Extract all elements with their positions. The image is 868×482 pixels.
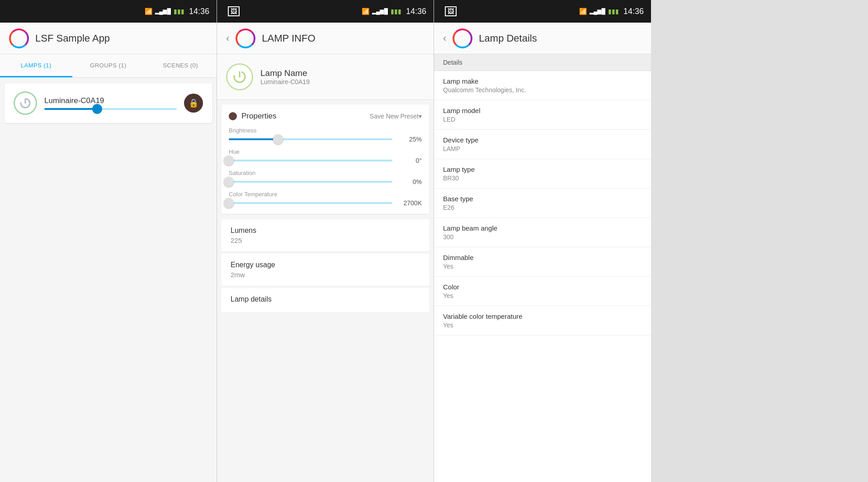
color-temp-thumb[interactable] (224, 198, 234, 208)
detail-lamp-model-value: LED (443, 116, 642, 123)
lamp-name-text: Luminaire-C0A19 (44, 96, 177, 105)
properties-section: Properties Save New Preset▾ Brightness 2… (222, 104, 429, 214)
details-list: Lamp make Qualcomm Technologies, Inc. La… (434, 71, 651, 482)
detail-lamp-type-value: BR30 (443, 175, 642, 182)
status-time-1: 14:36 (189, 7, 209, 16)
status-time-2: 14:36 (406, 7, 426, 16)
status-bar-1: 📶 ▂▄▆█ ▮▮▮ 14:36 (0, 0, 217, 23)
saturation-label: Saturation (229, 170, 422, 176)
detail-lamp-type: Lamp type BR30 (434, 159, 651, 189)
save-preset-button[interactable]: Save New Preset▾ (370, 113, 422, 120)
signal-icon-3: ▂▄▆█ (590, 8, 605, 14)
lumens-value: 225 (231, 236, 420, 244)
lamp-list-item[interactable]: Luminaire-C0A19 🔒 (5, 83, 212, 123)
tab-groups[interactable]: GROUPS (1) (72, 54, 145, 77)
properties-header: Properties Save New Preset▾ (229, 112, 422, 121)
battery-icon-3: ▮▮▮ (608, 8, 619, 15)
status-icons-2: 📶 ▂▄▆█ ▮▮▮ 14:36 (362, 7, 426, 16)
lamp-display-subtitle: Luminaire-C0A19 (260, 78, 310, 85)
empty-space (651, 0, 868, 482)
power-icon-2 (232, 69, 247, 85)
lamp-info-header: Lamp Name Luminaire-C0A19 (217, 54, 434, 100)
hue-thumb[interactable] (224, 156, 234, 165)
panel-lamps: 📶 ▂▄▆█ ▮▮▮ 14:36 LSF Sample App LAMPS (1… (0, 0, 217, 482)
tab-scenes[interactable]: SCENES (0) (144, 54, 217, 77)
signal-icon: ▂▄▆█ (155, 8, 171, 14)
detail-device-type-value: LAMP (443, 145, 642, 152)
brightness-thumb-2[interactable] (273, 134, 283, 144)
lamp-details-link[interactable]: Lamp details (231, 295, 420, 303)
detail-beam-angle-label: Lamp beam angle (443, 224, 642, 232)
tab-lamps[interactable]: LAMPS (1) (0, 54, 72, 77)
color-temp-label: Color Temperature (229, 191, 422, 198)
detail-dimmable-value: Yes (443, 263, 642, 270)
wifi-icon: 📶 (145, 8, 152, 15)
brightness-slider-row: Brightness 25% (229, 127, 422, 143)
detail-base-type-value: E26 (443, 204, 642, 211)
back-button-2[interactable]: ‹ (226, 33, 229, 44)
wifi-icon-3: 📶 (579, 8, 587, 15)
brightness-value: 25% (397, 136, 422, 143)
properties-dot (229, 112, 237, 120)
detail-device-type-label: Device type (443, 136, 642, 144)
color-temp-slider-row: Color Temperature 2700K (229, 191, 422, 207)
lock-icon: 🔒 (189, 98, 198, 108)
detail-color-label: Color (443, 283, 642, 291)
app-title-1: LSF Sample App (35, 33, 110, 44)
brightness-label: Brightness (229, 127, 422, 134)
detail-lamp-model: Lamp model LED (434, 100, 651, 130)
saturation-slider-container: 0% (229, 178, 422, 185)
hue-value: 0° (397, 157, 422, 164)
app-logo-3 (453, 28, 472, 48)
status-icons-1: 📶 ▂▄▆█ ▮▮▮ 14:36 (145, 7, 209, 16)
lamp-color-indicator[interactable]: 🔒 (184, 94, 203, 113)
lamp-name-group: Lamp Name Luminaire-C0A19 (260, 68, 310, 85)
lamp-details-row[interactable]: Lamp details (222, 288, 429, 313)
app-bar-2: ‹ LAMP INFO (217, 23, 434, 54)
brightness-track-2[interactable] (229, 138, 392, 140)
detail-device-type: Device type LAMP (434, 130, 651, 159)
lamp-display-name: Lamp Name (260, 68, 310, 78)
detail-variable-color-temp-label: Variable color temperature (443, 312, 642, 320)
detail-lamp-make: Lamp make Qualcomm Technologies, Inc. (434, 71, 651, 100)
app-logo-2 (236, 28, 255, 48)
battery-icon-2: ▮▮▮ (391, 8, 401, 15)
app-bar-1: LSF Sample App (0, 23, 217, 54)
saturation-track[interactable] (229, 181, 392, 183)
saturation-thumb[interactable] (224, 177, 234, 187)
detail-lamp-make-value: Qualcomm Technologies, Inc. (443, 86, 642, 94)
status-icons-3: 📶 ▂▄▆█ ▮▮▮ 14:36 (579, 7, 644, 16)
hue-label: Hue (229, 148, 422, 155)
detail-base-type: Base type E26 (434, 189, 651, 218)
detail-beam-angle-value: 300 (443, 233, 642, 241)
details-section-header: Details (434, 54, 651, 71)
hue-track[interactable] (229, 160, 392, 161)
detail-variable-color-temp-value: Yes (443, 321, 642, 329)
hue-slider-container: 0° (229, 157, 422, 164)
lumens-label: Lumens (231, 227, 420, 235)
detail-variable-color-temp: Variable color temperature Yes (434, 306, 651, 336)
brightness-thumb[interactable] (92, 104, 102, 114)
energy-usage-value: 2mw (231, 271, 420, 279)
lamp-info-power-circle[interactable] (226, 63, 253, 90)
app-title-2: LAMP INFO (262, 33, 315, 44)
lamp-power-button[interactable] (14, 91, 37, 115)
back-button-3[interactable]: ‹ (443, 33, 446, 44)
details-header-label: Details (443, 59, 462, 66)
detail-dimmable: Dimmable Yes (434, 247, 651, 277)
energy-usage-row: Energy usage 2mw (222, 254, 429, 286)
brightness-slider-container: 25% (229, 136, 422, 143)
image-icon-3: 🖼 (445, 6, 457, 16)
detail-color: Color Yes (434, 277, 651, 306)
color-temp-track[interactable] (229, 202, 392, 204)
brightness-track[interactable] (44, 108, 177, 110)
status-bar-2: 🖼 📶 ▂▄▆█ ▮▮▮ 14:36 (217, 0, 434, 23)
panel-lamp-info: 🖼 📶 ▂▄▆█ ▮▮▮ 14:36 ‹ LAMP INFO Lamp Name… (217, 0, 434, 482)
image-icon: 🖼 (228, 6, 240, 16)
brightness-fill-2 (229, 138, 278, 140)
app-logo-1 (9, 28, 29, 48)
energy-usage-label: Energy usage (231, 261, 420, 269)
detail-beam-angle: Lamp beam angle 300 (434, 218, 651, 247)
lumens-row: Lumens 225 (222, 219, 429, 252)
status-bar-3: 🖼 📶 ▂▄▆█ ▮▮▮ 14:36 (434, 0, 651, 23)
